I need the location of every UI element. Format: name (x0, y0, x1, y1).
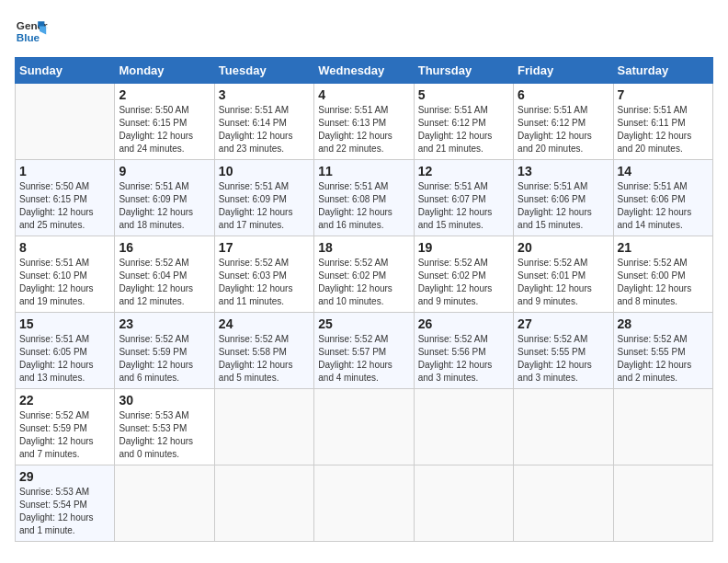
calendar-cell: 26Sunrise: 5:52 AM Sunset: 5:56 PM Dayli… (414, 313, 513, 389)
day-info: Sunrise: 5:51 AM Sunset: 6:08 PM Dayligh… (318, 180, 409, 232)
day-info: Sunrise: 5:51 AM Sunset: 6:10 PM Dayligh… (19, 257, 110, 308)
calendar-cell: 19Sunrise: 5:52 AM Sunset: 6:02 PM Dayli… (414, 236, 513, 313)
col-header-thursday: Thursday (414, 58, 513, 84)
calendar-cell: 2Sunrise: 5:50 AM Sunset: 6:15 PM Daylig… (115, 84, 214, 160)
day-number: 14 (618, 164, 709, 178)
col-header-tuesday: Tuesday (214, 58, 313, 84)
calendar-cell (16, 84, 115, 160)
day-info: Sunrise: 5:51 AM Sunset: 6:09 PM Dayligh… (219, 180, 310, 232)
day-info: Sunrise: 5:51 AM Sunset: 6:05 PM Dayligh… (19, 333, 110, 385)
day-number: 27 (518, 316, 609, 331)
col-header-friday: Friday (514, 58, 613, 84)
calendar-table: SundayMondayTuesdayWednesdayThursdayFrid… (15, 57, 713, 542)
day-info: Sunrise: 5:52 AM Sunset: 6:03 PM Dayligh… (219, 257, 310, 308)
day-info: Sunrise: 5:51 AM Sunset: 6:12 PM Dayligh… (518, 104, 609, 155)
calendar-cell: 5Sunrise: 5:51 AM Sunset: 6:12 PM Daylig… (414, 84, 513, 160)
day-info: Sunrise: 5:52 AM Sunset: 5:59 PM Dayligh… (19, 409, 110, 461)
day-number: 2 (119, 87, 210, 102)
calendar-cell (115, 465, 214, 542)
day-info: Sunrise: 5:52 AM Sunset: 6:02 PM Dayligh… (318, 257, 409, 308)
day-number: 15 (19, 316, 110, 331)
calendar-week-row: 29Sunrise: 5:53 AM Sunset: 5:54 PM Dayli… (16, 465, 713, 542)
day-info: Sunrise: 5:50 AM Sunset: 6:15 PM Dayligh… (19, 180, 110, 232)
calendar-cell (414, 465, 513, 542)
calendar-week-row: 8Sunrise: 5:51 AM Sunset: 6:10 PM Daylig… (16, 236, 713, 313)
calendar-cell: 27Sunrise: 5:52 AM Sunset: 5:55 PM Dayli… (514, 313, 613, 389)
day-number: 18 (318, 240, 409, 255)
day-info: Sunrise: 5:51 AM Sunset: 6:07 PM Dayligh… (418, 180, 509, 232)
svg-marker-3 (40, 27, 46, 35)
day-number: 13 (518, 164, 609, 178)
logo-icon: General Blue (15, 15, 48, 48)
calendar-cell: 8Sunrise: 5:51 AM Sunset: 6:10 PM Daylig… (16, 236, 115, 313)
day-number: 28 (618, 316, 709, 331)
col-header-monday: Monday (115, 58, 214, 84)
calendar-cell: 7Sunrise: 5:51 AM Sunset: 6:11 PM Daylig… (613, 84, 712, 160)
day-number: 16 (119, 240, 210, 255)
day-number: 9 (119, 164, 210, 178)
calendar-cell: 28Sunrise: 5:52 AM Sunset: 5:55 PM Dayli… (613, 313, 712, 389)
day-info: Sunrise: 5:52 AM Sunset: 5:57 PM Dayligh… (318, 333, 409, 385)
day-number: 12 (418, 164, 509, 178)
day-number: 20 (518, 240, 609, 255)
calendar-cell (613, 465, 712, 542)
day-info: Sunrise: 5:51 AM Sunset: 6:06 PM Dayligh… (518, 180, 609, 232)
calendar-cell: 29Sunrise: 5:53 AM Sunset: 5:54 PM Dayli… (16, 465, 115, 542)
day-info: Sunrise: 5:52 AM Sunset: 6:01 PM Dayligh… (518, 257, 609, 308)
calendar-cell: 11Sunrise: 5:51 AM Sunset: 6:08 PM Dayli… (314, 160, 414, 236)
day-number: 29 (19, 469, 110, 484)
calendar-cell (314, 465, 414, 542)
day-number: 26 (418, 316, 509, 331)
calendar-cell (514, 389, 613, 465)
col-header-wednesday: Wednesday (314, 58, 414, 84)
day-info: Sunrise: 5:52 AM Sunset: 6:02 PM Dayligh… (418, 257, 509, 308)
svg-text:Blue: Blue (17, 31, 40, 43)
calendar-cell: 12Sunrise: 5:51 AM Sunset: 6:07 PM Dayli… (414, 160, 513, 236)
calendar-cell: 3Sunrise: 5:51 AM Sunset: 6:14 PM Daylig… (214, 84, 313, 160)
calendar-week-row: 15Sunrise: 5:51 AM Sunset: 6:05 PM Dayli… (16, 313, 713, 389)
calendar-cell (613, 389, 712, 465)
col-header-sunday: Sunday (16, 58, 115, 84)
calendar-cell (414, 389, 513, 465)
calendar-cell: 15Sunrise: 5:51 AM Sunset: 6:05 PM Dayli… (16, 313, 115, 389)
day-number: 19 (418, 240, 509, 255)
day-number: 25 (318, 316, 409, 331)
calendar-cell: 17Sunrise: 5:52 AM Sunset: 6:03 PM Dayli… (214, 236, 313, 313)
calendar-cell (214, 465, 313, 542)
calendar-cell: 30Sunrise: 5:53 AM Sunset: 5:53 PM Dayli… (115, 389, 214, 465)
calendar-cell: 20Sunrise: 5:52 AM Sunset: 6:01 PM Dayli… (514, 236, 613, 313)
day-number: 22 (19, 393, 110, 408)
day-number: 1 (19, 164, 110, 178)
logo: General Blue (15, 15, 48, 48)
calendar-week-row: 22Sunrise: 5:52 AM Sunset: 5:59 PM Dayli… (16, 389, 713, 465)
calendar-cell (314, 389, 414, 465)
day-info: Sunrise: 5:51 AM Sunset: 6:06 PM Dayligh… (618, 180, 709, 232)
calendar-cell: 23Sunrise: 5:52 AM Sunset: 5:59 PM Dayli… (115, 313, 214, 389)
calendar-cell: 10Sunrise: 5:51 AM Sunset: 6:09 PM Dayli… (214, 160, 313, 236)
day-info: Sunrise: 5:50 AM Sunset: 6:15 PM Dayligh… (119, 104, 210, 155)
calendar-cell: 22Sunrise: 5:52 AM Sunset: 5:59 PM Dayli… (16, 389, 115, 465)
calendar-cell: 16Sunrise: 5:52 AM Sunset: 6:04 PM Dayli… (115, 236, 214, 313)
day-number: 3 (219, 87, 310, 102)
day-info: Sunrise: 5:53 AM Sunset: 5:53 PM Dayligh… (119, 409, 210, 461)
calendar-cell: 24Sunrise: 5:52 AM Sunset: 5:58 PM Dayli… (214, 313, 313, 389)
day-info: Sunrise: 5:52 AM Sunset: 5:59 PM Dayligh… (119, 333, 210, 385)
day-number: 7 (618, 87, 709, 102)
day-number: 5 (418, 87, 509, 102)
calendar-cell: 13Sunrise: 5:51 AM Sunset: 6:06 PM Dayli… (514, 160, 613, 236)
day-info: Sunrise: 5:52 AM Sunset: 5:55 PM Dayligh… (618, 333, 709, 385)
calendar-cell (514, 465, 613, 542)
day-info: Sunrise: 5:52 AM Sunset: 5:55 PM Dayligh… (518, 333, 609, 385)
calendar-cell: 18Sunrise: 5:52 AM Sunset: 6:02 PM Dayli… (314, 236, 414, 313)
day-number: 30 (119, 393, 210, 408)
day-info: Sunrise: 5:51 AM Sunset: 6:11 PM Dayligh… (618, 104, 709, 155)
day-info: Sunrise: 5:52 AM Sunset: 5:58 PM Dayligh… (219, 333, 310, 385)
day-number: 17 (219, 240, 310, 255)
day-number: 6 (518, 87, 609, 102)
page-header: General Blue (15, 15, 713, 48)
calendar-cell: 9Sunrise: 5:51 AM Sunset: 6:09 PM Daylig… (115, 160, 214, 236)
calendar-week-row: 1Sunrise: 5:50 AM Sunset: 6:15 PM Daylig… (16, 160, 713, 236)
day-info: Sunrise: 5:51 AM Sunset: 6:12 PM Dayligh… (418, 104, 509, 155)
calendar-cell: 14Sunrise: 5:51 AM Sunset: 6:06 PM Dayli… (613, 160, 712, 236)
day-number: 24 (219, 316, 310, 331)
